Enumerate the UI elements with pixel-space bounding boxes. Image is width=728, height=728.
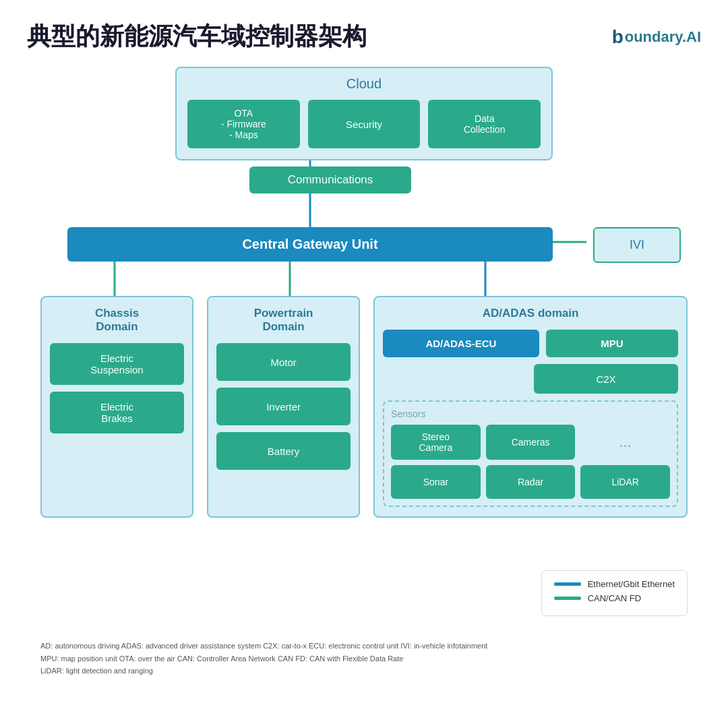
cloud-item-ota: OTA - Firmware - Maps (187, 100, 300, 148)
cgu-box: Central Gateway Unit (67, 227, 553, 262)
logo: boundary.AI (612, 26, 701, 48)
chassis-title: Chassis Domain (50, 307, 184, 334)
sensors-grid: Stereo Camera Cameras ... Sonar Radar Li… (391, 425, 670, 499)
footer-line-2: MPU: map position unit OTA: over the air… (40, 653, 688, 665)
logo-text: oundary.AI (625, 28, 701, 46)
adas-top-row: AD/ADAS-ECU MPU (383, 330, 678, 357)
legend-line-can (554, 597, 581, 600)
ivi-box: IVI (593, 227, 681, 263)
cloud-item-data: Data Collection (428, 100, 541, 148)
dots-item: ... (580, 425, 670, 460)
motor-item: Motor (216, 343, 351, 381)
legend-line-ethernet (554, 582, 581, 586)
adas-mpu: MPU (546, 330, 678, 357)
footer-line-3: LiDAR: light detection and ranging (40, 665, 688, 677)
legend-ethernet-label: Ethernet/Gbit Ethernet (588, 579, 675, 589)
inverter-item: Inverter (216, 388, 351, 425)
legend-can-label: CAN/CAN FD (588, 593, 641, 603)
footer-line-1: AD: autonomous driving ADAS: advanced dr… (40, 640, 688, 653)
battery-item: Battery (216, 432, 351, 470)
page-container: 典型的新能源汽车域控制器架构 boundary.AI Cloud OTA - F… (0, 0, 728, 728)
header: 典型的新能源汽车域控制器架构 boundary.AI (27, 20, 701, 53)
adas-title: AD/ADAS domain (383, 307, 678, 320)
communications-box: Communications (249, 166, 411, 193)
electric-brakes-item: Electric Brakes (50, 392, 184, 433)
legend: Ethernet/Gbit Ethernet CAN/CAN FD (541, 570, 688, 616)
logo-b-icon: b (612, 26, 624, 48)
lidar-item: LiDAR (580, 465, 670, 499)
adas-domain: AD/ADAS domain AD/ADAS-ECU MPU C2X Senso… (373, 296, 688, 518)
stereo-camera-item: Stereo Camera (391, 425, 481, 460)
footer-notes: AD: autonomous driving ADAS: advanced dr… (40, 640, 688, 677)
cloud-box: Cloud OTA - Firmware - Maps Security Dat… (175, 67, 553, 160)
cameras-item: Cameras (486, 425, 576, 460)
adas-ecu: AD/ADAS-ECU (383, 330, 539, 357)
radar-item: Radar (486, 465, 576, 499)
legend-ethernet: Ethernet/Gbit Ethernet (554, 579, 675, 589)
cloud-items: OTA - Firmware - Maps Security Data Coll… (187, 100, 541, 148)
powertrain-title: Powertrain Domain (216, 307, 351, 334)
page-title: 典型的新能源汽车域控制器架构 (27, 20, 367, 53)
cloud-title: Cloud (187, 76, 541, 92)
sonar-item: Sonar (391, 465, 481, 499)
sensors-label: Sensors (391, 408, 670, 419)
sensors-box: Sensors Stereo Camera Cameras ... Sonar … (383, 400, 678, 507)
cloud-item-security: Security (308, 100, 421, 148)
chassis-domain: Chassis Domain Electric Suspension Elect… (40, 296, 193, 518)
legend-can: CAN/CAN FD (554, 593, 675, 603)
diagram: Cloud OTA - Firmware - Maps Security Dat… (27, 67, 701, 687)
domains-container: Chassis Domain Electric Suspension Elect… (40, 296, 688, 518)
electric-suspension-item: Electric Suspension (50, 343, 184, 385)
powertrain-domain: Powertrain Domain Motor Inverter Battery (207, 296, 360, 518)
c2x-box: C2X (534, 364, 678, 394)
